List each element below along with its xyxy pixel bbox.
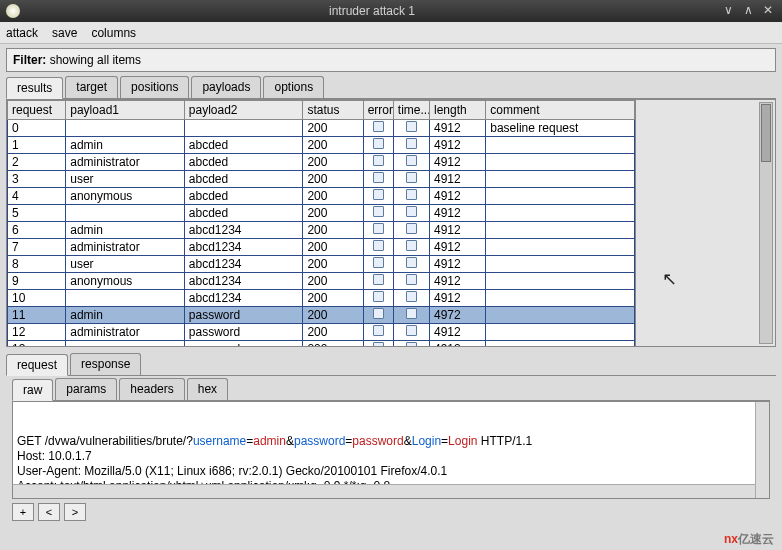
cell[interactable] bbox=[393, 307, 429, 324]
forward-button[interactable]: > bbox=[64, 503, 86, 521]
checkbox-icon[interactable] bbox=[373, 342, 384, 346]
add-button[interactable]: + bbox=[12, 503, 34, 521]
col-payload1[interactable]: payload1 bbox=[66, 101, 185, 120]
cell[interactable] bbox=[486, 341, 635, 347]
cell[interactable]: 4912 bbox=[429, 324, 485, 341]
cell[interactable]: 4972 bbox=[429, 307, 485, 324]
cell[interactable]: abcd1234 bbox=[184, 239, 303, 256]
cell[interactable]: password bbox=[184, 341, 303, 347]
cell[interactable] bbox=[66, 205, 185, 222]
cell[interactable]: 200 bbox=[303, 205, 363, 222]
checkbox-icon[interactable] bbox=[373, 189, 384, 200]
cell[interactable]: 4912 bbox=[429, 222, 485, 239]
cell[interactable] bbox=[363, 171, 393, 188]
cell[interactable]: password bbox=[184, 307, 303, 324]
cell[interactable]: administrator bbox=[66, 324, 185, 341]
tab-response[interactable]: response bbox=[70, 353, 141, 375]
scrollbar-horizontal[interactable] bbox=[13, 484, 755, 498]
cell[interactable] bbox=[486, 239, 635, 256]
cell[interactable]: 4912 bbox=[429, 256, 485, 273]
cell[interactable]: 200 bbox=[303, 137, 363, 154]
checkbox-icon[interactable] bbox=[406, 342, 417, 346]
table-row[interactable]: 2administratorabcded2004912 bbox=[8, 154, 635, 171]
col-comment[interactable]: comment bbox=[486, 101, 635, 120]
checkbox-icon[interactable] bbox=[406, 189, 417, 200]
cell[interactable]: 200 bbox=[303, 188, 363, 205]
cell[interactable]: 2 bbox=[8, 154, 66, 171]
tab-target[interactable]: target bbox=[65, 76, 118, 98]
scrollbar-vertical[interactable] bbox=[759, 102, 773, 344]
cell[interactable]: 13 bbox=[8, 341, 66, 347]
checkbox-icon[interactable] bbox=[373, 308, 384, 319]
cell[interactable]: 4912 bbox=[429, 171, 485, 188]
cell[interactable]: 200 bbox=[303, 120, 363, 137]
cell[interactable]: 200 bbox=[303, 307, 363, 324]
cell[interactable]: abcded bbox=[184, 205, 303, 222]
table-row[interactable]: 3userabcded2004912 bbox=[8, 171, 635, 188]
cell[interactable] bbox=[66, 290, 185, 307]
checkbox-icon[interactable] bbox=[373, 257, 384, 268]
checkbox-icon[interactable] bbox=[373, 223, 384, 234]
cell[interactable]: 200 bbox=[303, 290, 363, 307]
cell[interactable] bbox=[486, 137, 635, 154]
checkbox-icon[interactable] bbox=[406, 291, 417, 302]
cell[interactable] bbox=[393, 154, 429, 171]
menu-columns[interactable]: columns bbox=[91, 26, 136, 40]
cell[interactable] bbox=[363, 256, 393, 273]
tab-results[interactable]: results bbox=[6, 77, 63, 99]
cell[interactable]: abcded bbox=[184, 137, 303, 154]
close-button[interactable]: ✕ bbox=[760, 3, 776, 19]
cell[interactable]: 200 bbox=[303, 154, 363, 171]
scrollbar-vertical[interactable] bbox=[755, 402, 769, 498]
cell[interactable]: admin bbox=[66, 137, 185, 154]
cell[interactable] bbox=[486, 171, 635, 188]
cell[interactable]: 5 bbox=[8, 205, 66, 222]
col-payload2[interactable]: payload2 bbox=[184, 101, 303, 120]
cell[interactable]: admin bbox=[66, 222, 185, 239]
cell[interactable]: 4912 bbox=[429, 290, 485, 307]
cell[interactable] bbox=[486, 154, 635, 171]
checkbox-icon[interactable] bbox=[373, 325, 384, 336]
cell[interactable] bbox=[363, 137, 393, 154]
cell[interactable]: 200 bbox=[303, 239, 363, 256]
cell[interactable] bbox=[393, 290, 429, 307]
checkbox-icon[interactable] bbox=[373, 155, 384, 166]
cell[interactable]: abcd1234 bbox=[184, 290, 303, 307]
col-error[interactable]: error bbox=[363, 101, 393, 120]
cell[interactable] bbox=[393, 273, 429, 290]
cell[interactable]: 3 bbox=[8, 171, 66, 188]
tab-raw[interactable]: raw bbox=[12, 379, 53, 401]
checkbox-icon[interactable] bbox=[373, 291, 384, 302]
raw-request-pane[interactable]: GET /dvwa/vulnerabilities/brute/?usernam… bbox=[12, 401, 770, 499]
results-table[interactable]: requestpayload1payload2statuserrortime..… bbox=[7, 100, 635, 346]
cell[interactable]: baseline request bbox=[486, 120, 635, 137]
checkbox-icon[interactable] bbox=[406, 223, 417, 234]
tab-options[interactable]: options bbox=[263, 76, 324, 98]
cell[interactable]: abcd1234 bbox=[184, 273, 303, 290]
cell[interactable]: 200 bbox=[303, 324, 363, 341]
checkbox-icon[interactable] bbox=[406, 274, 417, 285]
cell[interactable]: 10 bbox=[8, 290, 66, 307]
tab-hex[interactable]: hex bbox=[187, 378, 228, 400]
cell[interactable]: 11 bbox=[8, 307, 66, 324]
cell[interactable]: 200 bbox=[303, 222, 363, 239]
cell[interactable] bbox=[363, 154, 393, 171]
tab-positions[interactable]: positions bbox=[120, 76, 189, 98]
cell[interactable]: 4912 bbox=[429, 205, 485, 222]
checkbox-icon[interactable] bbox=[406, 257, 417, 268]
col-timeout[interactable]: time... bbox=[393, 101, 429, 120]
cell[interactable]: administrator bbox=[66, 154, 185, 171]
cell[interactable]: 4 bbox=[8, 188, 66, 205]
cell[interactable]: 9 bbox=[8, 273, 66, 290]
back-button[interactable]: < bbox=[38, 503, 60, 521]
cell[interactable] bbox=[486, 324, 635, 341]
menu-attack[interactable]: attack bbox=[6, 26, 38, 40]
cell[interactable] bbox=[486, 188, 635, 205]
table-row[interactable]: 4anonymousabcded2004912 bbox=[8, 188, 635, 205]
checkbox-icon[interactable] bbox=[406, 206, 417, 217]
cell[interactable]: 4912 bbox=[429, 239, 485, 256]
cell[interactable] bbox=[486, 307, 635, 324]
checkbox-icon[interactable] bbox=[373, 121, 384, 132]
table-row[interactable]: 11adminpassword2004972 bbox=[8, 307, 635, 324]
cell[interactable]: anonymous bbox=[66, 273, 185, 290]
